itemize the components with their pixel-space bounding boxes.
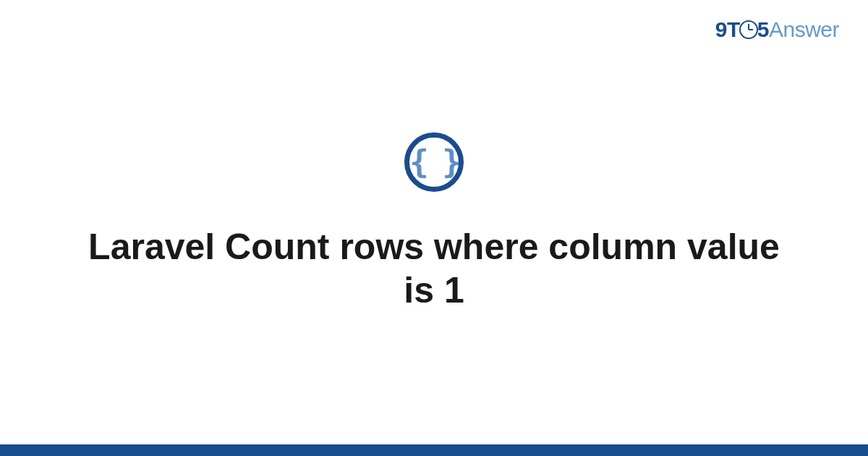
category-icon-circle: { } [404, 132, 464, 192]
code-braces-icon: { } [409, 146, 458, 178]
footer-accent-bar [0, 444, 868, 456]
main-content: { } Laravel Count rows where column valu… [0, 0, 868, 444]
page-title: Laravel Count rows where column value is… [87, 225, 781, 312]
